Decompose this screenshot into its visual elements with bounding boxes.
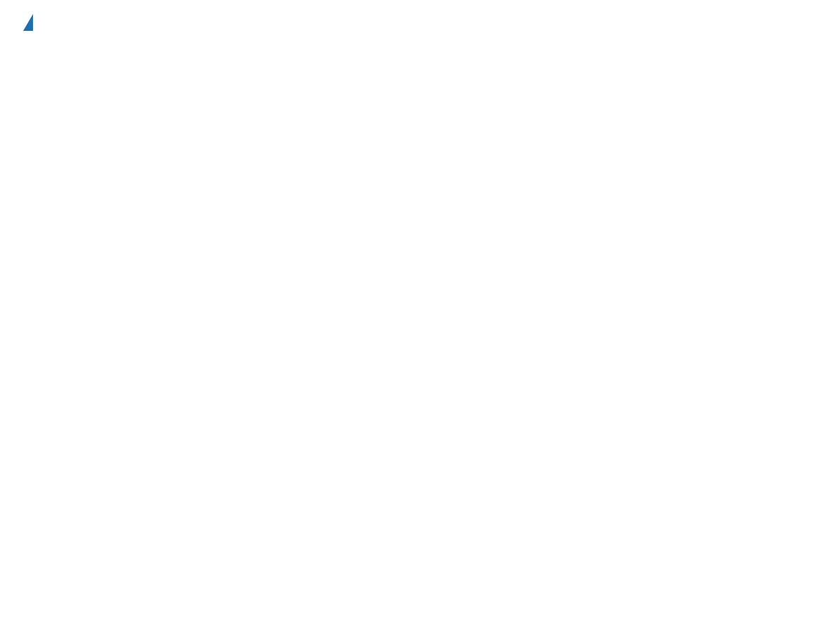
logo-area [21, 14, 33, 28]
page-header [21, 14, 813, 28]
logo-triangle-icon [23, 14, 33, 31]
logo [21, 14, 33, 28]
